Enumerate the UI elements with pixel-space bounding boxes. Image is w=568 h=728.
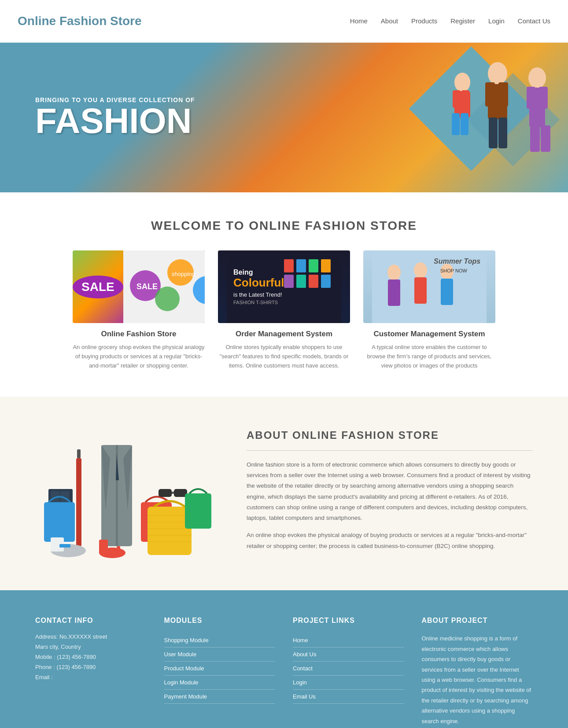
svg-rect-17: [541, 125, 550, 152]
svg-rect-52: [77, 449, 81, 458]
footer-module-shopping[interactable]: Shopping Module: [164, 633, 276, 647]
card-1-svg: SALE shopping: [123, 250, 205, 323]
footer-link-about[interactable]: About Us: [293, 647, 404, 662]
footer-modules-title: MODULES: [164, 617, 276, 625]
svg-rect-3: [461, 113, 468, 135]
svg-rect-32: [309, 259, 318, 272]
svg-rect-11: [498, 118, 507, 148]
hero-banner: BRINGING TO YOU A DIVERSE COLLECTION OF …: [0, 43, 568, 192]
card-2-title: Order Management System: [218, 330, 350, 338]
card-3-title: Customer Management System: [363, 330, 495, 338]
card-1-title: Online Fashion Store: [73, 330, 205, 338]
svg-rect-44: [441, 279, 453, 305]
svg-text:SHOP NOW: SHOP NOW: [440, 268, 468, 273]
svg-rect-60: [99, 540, 108, 554]
svg-rect-53: [76, 458, 81, 546]
footer-module-login[interactable]: Login Module: [164, 676, 276, 690]
svg-rect-16: [530, 125, 540, 152]
svg-rect-34: [284, 275, 294, 288]
footer-city: Mars city, Country: [35, 643, 147, 650]
footer-link-email[interactable]: Email Us: [293, 690, 404, 704]
svg-rect-9: [498, 82, 508, 107]
svg-rect-15: [539, 87, 548, 109]
svg-text:SALE: SALE: [136, 282, 158, 291]
svg-point-39: [387, 265, 401, 280]
svg-rect-69: [159, 489, 172, 497]
svg-rect-14: [527, 87, 535, 109]
svg-rect-71: [172, 492, 174, 494]
card-3-desc: A typical online store enables the custo…: [363, 343, 495, 370]
nav-home[interactable]: Home: [350, 17, 368, 25]
svg-rect-33: [321, 259, 331, 272]
card-img-1: SALE shopping: [73, 250, 205, 323]
card-order-mgmt: Being Colourful is the Latest Trend! FAS…: [218, 250, 350, 370]
footer-modules-list: Shopping Module User Module Product Modu…: [164, 633, 276, 704]
footer-address: Address: No.XXXXXX street: [35, 633, 147, 640]
svg-rect-61: [117, 546, 120, 553]
svg-rect-42: [414, 277, 427, 304]
about-section: ABOUT ONLINE FASHION STORE Online fashio…: [0, 397, 568, 590]
footer-contact: CONTACT INFO Address: No.XXXXXX street M…: [35, 617, 147, 726]
svg-rect-5: [461, 90, 469, 108]
card-1-desc: An online grocery shop evokes the physic…: [73, 343, 205, 370]
about-divider: [247, 450, 533, 451]
about-image-area: [35, 423, 220, 564]
footer-phone: Phone : (123) 456-7890: [35, 664, 147, 670]
footer-modules: MODULES Shopping Module User Module Prod…: [164, 617, 276, 726]
fashion-collage-svg: [35, 423, 220, 564]
hero-text-block: BRINGING TO YOU A DIVERSE COLLECTION OF …: [0, 79, 230, 156]
welcome-title: WELCOME TO ONLINE FASHION STORE: [35, 219, 533, 233]
about-para-1: Online fashion store is a form of electr…: [247, 460, 533, 524]
svg-text:FASHION T-SHIRTS: FASHION T-SHIRTS: [233, 300, 278, 305]
svg-rect-75: [59, 544, 70, 548]
footer-module-product[interactable]: Product Module: [164, 662, 276, 676]
svg-text:Summer Tops: Summer Tops: [434, 257, 480, 265]
footer-about-title: ABOUT PROJECT: [422, 617, 533, 625]
nav-contact[interactable]: Contact Us: [518, 17, 550, 25]
svg-rect-40: [388, 279, 400, 306]
svg-text:is the Latest Trend!: is the Latest Trend!: [233, 291, 282, 298]
footer-project-links-title: PROJECT LINKS: [293, 617, 404, 625]
card-img-2: Being Colourful is the Latest Trend! FAS…: [218, 250, 350, 323]
hero-title: FASHION: [35, 103, 195, 139]
footer-link-contact[interactable]: Contact: [293, 662, 404, 676]
footer-project-links: PROJECT LINKS Home About Us Contact Logi…: [293, 617, 404, 726]
card-2-svg: Being Colourful is the Latest Trend! FAS…: [227, 250, 341, 323]
footer-module-payment[interactable]: Payment Module: [164, 690, 276, 704]
card-3-svg: Summer Tops SHOP NOW: [372, 250, 487, 323]
footer-contact-title: CONTACT INFO: [35, 617, 147, 625]
svg-rect-4: [453, 90, 461, 108]
nav-about[interactable]: About: [381, 17, 398, 25]
footer-link-home[interactable]: Home: [293, 633, 404, 647]
welcome-section: WELCOME TO ONLINE FASHION STORE SALE sho…: [0, 192, 568, 397]
footer-about-project: ABOUT PROJECT Online medicine shopping i…: [422, 617, 533, 726]
nav-register[interactable]: Register: [450, 17, 475, 25]
svg-text:Colourful: Colourful: [233, 276, 284, 289]
svg-point-21: [155, 287, 180, 311]
card-img-3: Summer Tops SHOP NOW: [363, 250, 495, 323]
footer: CONTACT INFO Address: No.XXXXXX street M…: [0, 590, 568, 728]
feature-cards-row: SALE shopping Online Fashion Store An on…: [35, 250, 533, 370]
hero-shapes: [227, 43, 568, 192]
svg-rect-51: [44, 502, 75, 542]
svg-rect-10: [489, 118, 498, 148]
card-customer-mgmt: Summer Tops SHOP NOW Customer Management…: [363, 250, 495, 370]
card-2-desc: Online stores typically enable shoppers …: [218, 343, 350, 370]
footer-about-text: Online medicine shopping is a form of el…: [422, 633, 533, 726]
about-content: ABOUT ONLINE FASHION STORE Online fashio…: [247, 429, 533, 558]
footer-link-login[interactable]: Login: [293, 676, 404, 690]
about-para-2: An online shop evokes the physical analo…: [247, 530, 533, 552]
svg-point-12: [528, 67, 546, 88]
svg-rect-35: [296, 275, 306, 288]
svg-rect-2: [452, 113, 460, 135]
svg-rect-37: [321, 275, 331, 288]
nav-menu: Home About Products Register Login Conta…: [350, 17, 550, 25]
brand-logo[interactable]: Online Fashion Store: [18, 14, 142, 28]
about-title: ABOUT ONLINE FASHION STORE: [247, 429, 533, 441]
navbar: Online Fashion Store Home About Products…: [0, 0, 568, 43]
nav-products[interactable]: Products: [411, 17, 437, 25]
card-fashion-store: SALE shopping Online Fashion Store An on…: [73, 250, 205, 370]
nav-login[interactable]: Login: [488, 17, 505, 25]
svg-text:Being: Being: [233, 268, 253, 276]
footer-module-user[interactable]: User Module: [164, 647, 276, 662]
